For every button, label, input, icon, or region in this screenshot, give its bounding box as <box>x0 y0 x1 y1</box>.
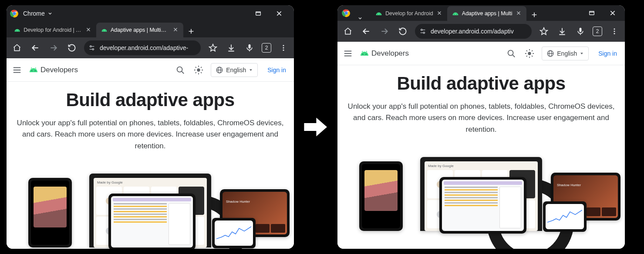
svg-point-60 <box>456 13 457 14</box>
tab-adaptive-apps[interactable]: Adaptive apps | Multi <box>447 6 526 21</box>
hero-title: Build adaptive apps <box>16 90 284 110</box>
svg-line-38 <box>182 71 184 73</box>
svg-point-8 <box>18 30 19 30</box>
car-app-title: Shadow Hunter <box>557 183 581 187</box>
brand-text: Developers <box>371 49 409 58</box>
site-header: Developers English Sign in <box>7 58 294 82</box>
svg-point-87 <box>362 53 363 54</box>
svg-point-89 <box>508 50 513 55</box>
back-icon[interactable] <box>360 25 372 37</box>
signin-link[interactable]: Sign in <box>595 50 620 57</box>
bookmark-star-icon[interactable] <box>538 25 550 37</box>
reload-icon[interactable] <box>397 25 409 37</box>
chevron-down-icon[interactable] <box>47 11 53 16</box>
menu-dots-icon[interactable] <box>277 42 290 54</box>
new-tab-button[interactable] <box>528 9 540 21</box>
svg-rect-78 <box>580 28 582 32</box>
tab-title: Adaptive apps | Multidevic <box>111 27 169 33</box>
tab-develop-for-android[interactable]: Develop for Android | And <box>9 23 96 37</box>
site-settings-icon[interactable] <box>419 28 426 35</box>
url-text: developer.android.com/adaptive- <box>100 44 196 51</box>
tab-adaptive-apps[interactable]: Adaptive apps | Multidevic <box>96 23 183 37</box>
developers-brand[interactable]: Developers <box>360 49 409 58</box>
page-content: Developers English Sign in Build adaptiv… <box>7 58 294 249</box>
hamburger-menu-icon[interactable] <box>11 64 23 76</box>
search-icon[interactable] <box>174 64 186 76</box>
menu-dots-icon[interactable] <box>608 25 620 37</box>
close-window-icon[interactable] <box>273 7 285 20</box>
device-collage: Made by Google Shadow Hunter <box>7 160 294 247</box>
close-tab-icon[interactable] <box>173 27 179 33</box>
svg-point-79 <box>614 28 615 30</box>
svg-point-27 <box>283 45 284 46</box>
signin-link[interactable]: Sign in <box>264 67 290 74</box>
close-window-icon[interactable] <box>607 7 619 19</box>
svg-line-98 <box>526 56 527 57</box>
developers-brand[interactable]: Developers <box>29 66 78 74</box>
tab-title: Adaptive apps | Multi <box>462 10 513 17</box>
svg-point-59 <box>454 13 454 14</box>
device-collage: Made by Google Shadow Hunter <box>337 144 625 231</box>
svg-line-85 <box>362 51 363 52</box>
svg-rect-3 <box>256 12 261 15</box>
svg-marker-51 <box>250 69 252 71</box>
chrome-logo-icon <box>10 9 19 18</box>
forward-icon[interactable] <box>47 42 60 54</box>
chevron-down-icon[interactable] <box>355 16 365 21</box>
download-icon[interactable] <box>225 42 237 54</box>
address-bar[interactable]: developer.android.com/adaptive- <box>84 40 201 55</box>
svg-point-7 <box>16 30 16 30</box>
svg-line-90 <box>513 54 515 57</box>
forward-icon[interactable] <box>378 25 391 37</box>
browser-toolbar: developer.android.com/adaptiv 2 <box>337 21 625 42</box>
mic-icon[interactable] <box>243 42 256 54</box>
home-icon[interactable] <box>11 42 23 54</box>
svg-line-34 <box>35 67 36 69</box>
hamburger-menu-icon[interactable] <box>342 47 354 60</box>
tab-count-badge[interactable]: 2 <box>593 27 602 36</box>
back-icon[interactable] <box>29 42 41 54</box>
tablet-device <box>439 177 526 234</box>
small-phone-device <box>543 201 587 232</box>
svg-marker-23 <box>209 44 217 51</box>
page-content: Developers English Sign in Build adaptiv… <box>337 42 625 249</box>
app-name: Chrome <box>23 10 45 17</box>
download-icon[interactable] <box>556 25 568 37</box>
car-app-title: Shadow Hunter <box>226 200 250 204</box>
brand-text: Developers <box>40 66 78 74</box>
mic-icon[interactable] <box>574 25 587 37</box>
close-tab-icon[interactable] <box>516 10 522 17</box>
close-tab-icon[interactable] <box>86 27 92 33</box>
svg-rect-65 <box>590 11 594 15</box>
tab-title: Develop for Android <box>385 10 433 17</box>
svg-point-81 <box>614 33 615 34</box>
svg-point-28 <box>283 47 284 49</box>
svg-point-22 <box>92 49 94 50</box>
new-tab-button[interactable] <box>185 25 197 37</box>
hero-body: Unlock your app's full potential on phon… <box>347 101 615 135</box>
window-titlebar: Chrome <box>7 5 294 22</box>
search-icon[interactable] <box>505 47 517 60</box>
address-bar[interactable]: developer.android.com/adaptiv <box>415 24 532 39</box>
tab-count-badge[interactable]: 2 <box>262 43 271 53</box>
theme-toggle-icon[interactable] <box>192 64 205 76</box>
restore-window-icon[interactable] <box>252 7 264 20</box>
home-icon[interactable] <box>342 25 354 37</box>
close-tab-icon[interactable] <box>437 10 443 17</box>
transition-arrow <box>294 112 337 142</box>
svg-point-80 <box>614 31 615 32</box>
svg-point-91 <box>528 52 531 55</box>
reload-icon[interactable] <box>66 42 78 54</box>
restore-window-icon[interactable] <box>586 7 598 19</box>
hero-title: Build adaptive apps <box>347 73 615 94</box>
language-label: English <box>226 67 246 74</box>
site-settings-icon[interactable] <box>88 44 95 51</box>
tab-develop-for-android[interactable]: Develop for Android <box>371 6 447 21</box>
theme-toggle-icon[interactable] <box>523 47 536 60</box>
language-selector[interactable]: English <box>542 47 589 60</box>
svg-line-46 <box>196 72 196 73</box>
language-selector[interactable]: English <box>211 63 258 77</box>
bookmark-star-icon[interactable] <box>207 42 219 54</box>
svg-point-35 <box>31 70 32 71</box>
svg-line-33 <box>31 67 32 69</box>
